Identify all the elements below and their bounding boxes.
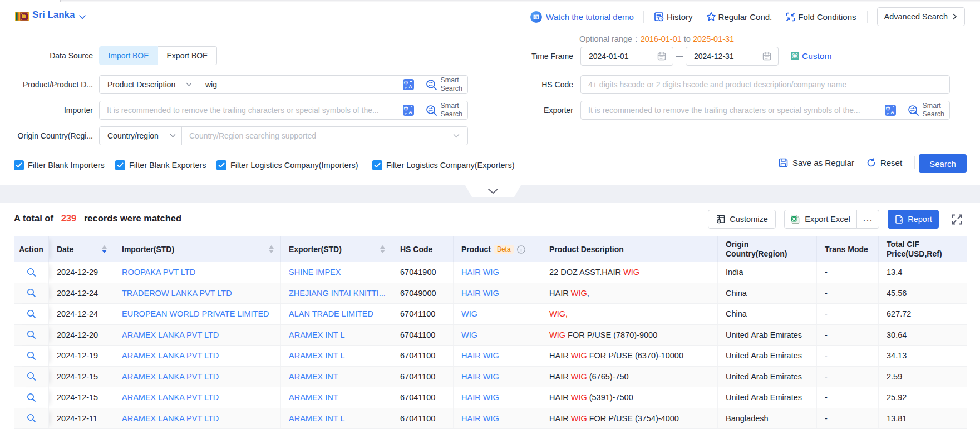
svg-text:A: A	[409, 84, 413, 90]
svg-text:中: 中	[404, 80, 409, 86]
svg-text:中: 中	[404, 106, 409, 111]
svg-text:中: 中	[886, 106, 891, 111]
svg-text:A: A	[409, 110, 413, 115]
svg-text:A: A	[891, 110, 895, 115]
